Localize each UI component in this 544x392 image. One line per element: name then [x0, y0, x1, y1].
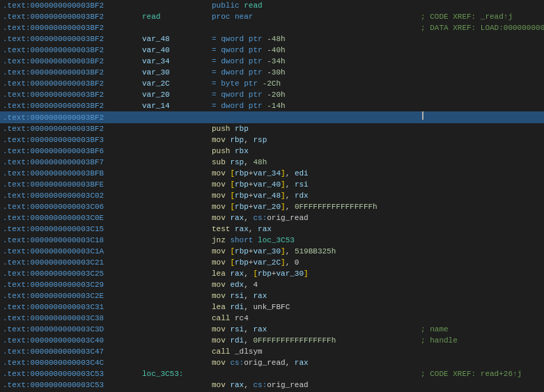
code-line: .text:0000000000003C02mov [rbp+var_48], …: [0, 190, 544, 201]
code-line: .text:0000000000003BF2push rbp: [0, 123, 544, 134]
code-line: .text:0000000000003BF2var_48= qword ptr …: [0, 33, 544, 45]
code-line: .text:0000000000003C4Cmov cs:orig_read, …: [0, 357, 544, 368]
code-line: .text:0000000000003BF6push rbx: [0, 146, 544, 157]
code-line: .text:0000000000003C2Emov rsi, rax: [0, 290, 544, 301]
code-line: .text:0000000000003C38call rc4: [0, 313, 544, 324]
code-line: .text:0000000000003BF2var_30= dword ptr …: [0, 67, 544, 78]
code-line: .text:0000000000003BF3mov rbp, rsp: [0, 134, 544, 146]
code-line: .text:0000000000003C21mov [rbp+var_2C], …: [0, 257, 544, 268]
code-line: .text:0000000000003C40mov rdi, 0FFFFFFFF…: [0, 335, 544, 346]
code-line: .text:0000000000003BF2var_40= qword ptr …: [0, 45, 544, 56]
code-line: .text:0000000000003C29mov edx, 4: [0, 279, 544, 290]
code-line: .text:0000000000003BF2readproc near; COD…: [0, 11, 544, 22]
code-line: .text:0000000000003BF7sub rsp, 48h: [0, 157, 544, 168]
code-line: .text:0000000000003C47call _dlsym: [0, 346, 544, 357]
code-line: .text:0000000000003BF2var_34= dword ptr …: [0, 56, 544, 67]
code-line: .text:0000000000003BF2var_14= dword ptr …: [0, 100, 544, 111]
code-view[interactable]: .text:0000000000003BF2public read.text:0…: [0, 0, 544, 392]
code-line: .text:0000000000003BF2; DATA XREF: LOAD:…: [0, 22, 544, 33]
code-line: .text:0000000000003C15test rax, rax: [0, 224, 544, 235]
code-line: .text:0000000000003C06mov [rbp+var_20], …: [0, 201, 544, 212]
code-line: .text:0000000000003BF2public read: [0, 0, 544, 11]
code-line: .text:0000000000003C1Amov [rbp+var_30], …: [0, 246, 544, 257]
code-line: .text:0000000000003C3Dmov rsi, rax; name: [0, 324, 544, 335]
code-line: .text:0000000000003BF2var_20= qword ptr …: [0, 89, 544, 100]
code-line: .text:0000000000003C53loc_3C53:; CODE XR…: [0, 368, 544, 379]
code-line: .text:0000000000003BF2var_2C= byte ptr -…: [0, 78, 544, 89]
code-line: .text:0000000000003C31lea rdi, unk_FBFC: [0, 301, 544, 313]
code-line: .text:0000000000003C18jnz short loc_3C53: [0, 235, 544, 246]
code-line: .text:0000000000003C25lea rax, [rbp+var_…: [0, 268, 544, 279]
code-line: .text:0000000000003C0Emov rax, cs:orig_r…: [0, 212, 544, 224]
code-line: .text:0000000000003BF2: [0, 111, 544, 123]
code-line: .text:0000000000003BFBmov [rbp+var_34], …: [0, 168, 544, 179]
code-line: .text:0000000000003BFEmov [rbp+var_40], …: [0, 179, 544, 190]
code-line: .text:0000000000003C53mov rax, cs:orig_r…: [0, 379, 544, 391]
